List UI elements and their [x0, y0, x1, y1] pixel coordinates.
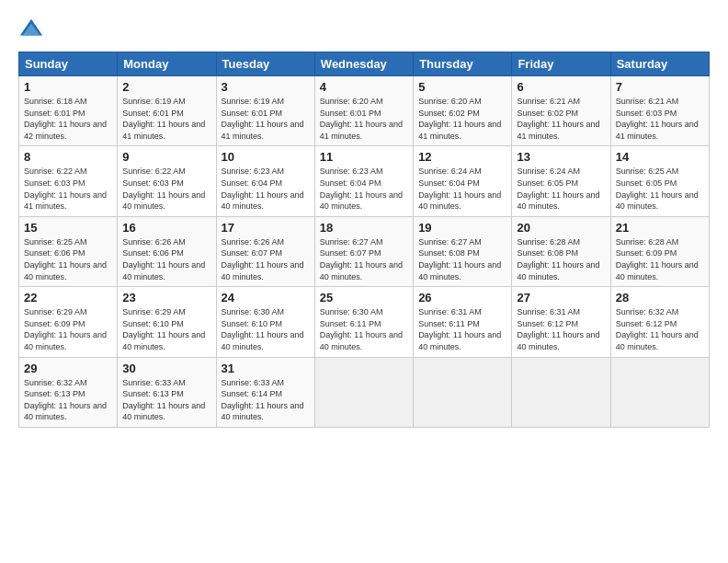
calendar-cell: 17Sunrise: 6:26 AMSunset: 6:07 PMDayligh…: [216, 216, 314, 286]
calendar-cell: 9Sunrise: 6:22 AMSunset: 6:03 PMDaylight…: [118, 146, 216, 216]
week-row-4: 22Sunrise: 6:29 AMSunset: 6:09 PMDayligh…: [19, 287, 710, 357]
calendar-cell: [512, 357, 610, 427]
day-info: Sunrise: 6:33 AMSunset: 6:13 PMDaylight:…: [122, 377, 210, 423]
calendar-cell: 10Sunrise: 6:23 AMSunset: 6:04 PMDayligh…: [216, 146, 314, 216]
calendar-header-row: SundayMondayTuesdayWednesdayThursdayFrid…: [19, 52, 710, 76]
calendar-cell: [414, 357, 512, 427]
day-number: 20: [517, 221, 605, 235]
day-info: Sunrise: 6:23 AMSunset: 6:04 PMDaylight:…: [320, 166, 408, 212]
day-header-sunday: Sunday: [19, 52, 118, 76]
day-header-tuesday: Tuesday: [216, 52, 314, 76]
calendar-cell: 22Sunrise: 6:29 AMSunset: 6:09 PMDayligh…: [19, 287, 118, 357]
calendar-cell: 19Sunrise: 6:27 AMSunset: 6:08 PMDayligh…: [414, 216, 512, 286]
day-info: Sunrise: 6:29 AMSunset: 6:10 PMDaylight:…: [122, 306, 210, 352]
calendar-cell: [314, 357, 413, 427]
day-number: 30: [122, 362, 210, 375]
day-number: 10: [222, 150, 310, 164]
day-number: 22: [24, 291, 112, 304]
calendar-cell: 25Sunrise: 6:30 AMSunset: 6:11 PMDayligh…: [314, 287, 413, 357]
week-row-2: 8Sunrise: 6:22 AMSunset: 6:03 PMDaylight…: [19, 146, 710, 216]
calendar-cell: 14Sunrise: 6:25 AMSunset: 6:05 PMDayligh…: [610, 146, 709, 216]
day-number: 27: [517, 291, 605, 304]
day-info: Sunrise: 6:18 AMSunset: 6:01 PMDaylight:…: [24, 96, 112, 142]
day-number: 14: [616, 150, 704, 164]
day-number: 23: [122, 291, 210, 304]
day-number: 11: [320, 150, 408, 164]
calendar-cell: 24Sunrise: 6:30 AMSunset: 6:10 PMDayligh…: [216, 287, 314, 357]
day-number: 19: [418, 221, 506, 235]
week-row-1: 1Sunrise: 6:18 AMSunset: 6:01 PMDaylight…: [19, 76, 710, 146]
day-info: Sunrise: 6:24 AMSunset: 6:05 PMDaylight:…: [517, 166, 605, 212]
day-info: Sunrise: 6:32 AMSunset: 6:13 PMDaylight:…: [24, 377, 112, 423]
logo: [18, 17, 48, 42]
day-info: Sunrise: 6:31 AMSunset: 6:12 PMDaylight:…: [517, 306, 605, 352]
day-number: 29: [24, 362, 112, 375]
day-number: 9: [122, 150, 210, 164]
day-number: 6: [517, 80, 605, 94]
day-info: Sunrise: 6:25 AMSunset: 6:05 PMDaylight:…: [616, 166, 704, 212]
day-number: 31: [222, 362, 310, 375]
calendar-cell: 21Sunrise: 6:28 AMSunset: 6:09 PMDayligh…: [610, 216, 709, 286]
day-info: Sunrise: 6:28 AMSunset: 6:08 PMDaylight:…: [517, 236, 605, 282]
calendar-cell: 28Sunrise: 6:32 AMSunset: 6:12 PMDayligh…: [610, 287, 709, 357]
logo-icon: [18, 17, 44, 42]
calendar-cell: 5Sunrise: 6:20 AMSunset: 6:02 PMDaylight…: [414, 76, 512, 146]
week-row-5: 29Sunrise: 6:32 AMSunset: 6:13 PMDayligh…: [19, 357, 710, 427]
day-info: Sunrise: 6:28 AMSunset: 6:09 PMDaylight:…: [616, 236, 704, 282]
day-number: 15: [24, 221, 112, 235]
day-info: Sunrise: 6:24 AMSunset: 6:04 PMDaylight:…: [418, 166, 506, 212]
day-info: Sunrise: 6:19 AMSunset: 6:01 PMDaylight:…: [222, 96, 310, 142]
day-info: Sunrise: 6:20 AMSunset: 6:02 PMDaylight:…: [418, 96, 506, 142]
calendar-cell: 15Sunrise: 6:25 AMSunset: 6:06 PMDayligh…: [19, 216, 118, 286]
calendar-body: 1Sunrise: 6:18 AMSunset: 6:01 PMDaylight…: [19, 76, 710, 428]
day-header-thursday: Thursday: [414, 52, 512, 76]
day-number: 24: [222, 291, 310, 304]
calendar-cell: 6Sunrise: 6:21 AMSunset: 6:02 PMDaylight…: [512, 76, 610, 146]
day-info: Sunrise: 6:20 AMSunset: 6:01 PMDaylight:…: [320, 96, 408, 142]
day-info: Sunrise: 6:25 AMSunset: 6:06 PMDaylight:…: [24, 236, 112, 282]
day-number: 18: [320, 221, 408, 235]
day-info: Sunrise: 6:31 AMSunset: 6:11 PMDaylight:…: [418, 306, 506, 352]
day-number: 25: [320, 291, 408, 304]
day-info: Sunrise: 6:32 AMSunset: 6:12 PMDaylight:…: [616, 306, 704, 352]
day-info: Sunrise: 6:30 AMSunset: 6:10 PMDaylight:…: [222, 306, 310, 352]
day-number: 2: [122, 80, 210, 94]
calendar-cell: 20Sunrise: 6:28 AMSunset: 6:08 PMDayligh…: [512, 216, 610, 286]
day-header-wednesday: Wednesday: [314, 52, 413, 76]
calendar-cell: 12Sunrise: 6:24 AMSunset: 6:04 PMDayligh…: [414, 146, 512, 216]
day-number: 4: [320, 80, 408, 94]
calendar-cell: 2Sunrise: 6:19 AMSunset: 6:01 PMDaylight…: [118, 76, 216, 146]
day-info: Sunrise: 6:30 AMSunset: 6:11 PMDaylight:…: [320, 306, 408, 352]
day-number: 1: [24, 80, 112, 94]
day-info: Sunrise: 6:19 AMSunset: 6:01 PMDaylight:…: [122, 96, 210, 142]
day-number: 16: [122, 221, 210, 235]
calendar-cell: 11Sunrise: 6:23 AMSunset: 6:04 PMDayligh…: [314, 146, 413, 216]
calendar-cell: 29Sunrise: 6:32 AMSunset: 6:13 PMDayligh…: [19, 357, 118, 427]
page: SundayMondayTuesdayWednesdayThursdayFrid…: [0, 0, 728, 563]
day-number: 7: [616, 80, 704, 94]
calendar-cell: 27Sunrise: 6:31 AMSunset: 6:12 PMDayligh…: [512, 287, 610, 357]
calendar-table: SundayMondayTuesdayWednesdayThursdayFrid…: [18, 52, 710, 428]
day-info: Sunrise: 6:21 AMSunset: 6:03 PMDaylight:…: [616, 96, 704, 142]
day-info: Sunrise: 6:26 AMSunset: 6:07 PMDaylight:…: [222, 236, 310, 282]
day-number: 8: [24, 150, 112, 164]
calendar-cell: 7Sunrise: 6:21 AMSunset: 6:03 PMDaylight…: [610, 76, 709, 146]
calendar-cell: 3Sunrise: 6:19 AMSunset: 6:01 PMDaylight…: [216, 76, 314, 146]
calendar-cell: 16Sunrise: 6:26 AMSunset: 6:06 PMDayligh…: [118, 216, 216, 286]
calendar-cell: 23Sunrise: 6:29 AMSunset: 6:10 PMDayligh…: [118, 287, 216, 357]
day-header-friday: Friday: [512, 52, 610, 76]
day-number: 21: [616, 221, 704, 235]
day-header-monday: Monday: [118, 52, 216, 76]
day-info: Sunrise: 6:22 AMSunset: 6:03 PMDaylight:…: [122, 166, 210, 212]
calendar-cell: 1Sunrise: 6:18 AMSunset: 6:01 PMDaylight…: [19, 76, 118, 146]
day-number: 26: [418, 291, 506, 304]
calendar-cell: 18Sunrise: 6:27 AMSunset: 6:07 PMDayligh…: [314, 216, 413, 286]
day-info: Sunrise: 6:26 AMSunset: 6:06 PMDaylight:…: [122, 236, 210, 282]
calendar-cell: 13Sunrise: 6:24 AMSunset: 6:05 PMDayligh…: [512, 146, 610, 216]
week-row-3: 15Sunrise: 6:25 AMSunset: 6:06 PMDayligh…: [19, 216, 710, 286]
calendar-cell: 4Sunrise: 6:20 AMSunset: 6:01 PMDaylight…: [314, 76, 413, 146]
day-number: 13: [517, 150, 605, 164]
day-info: Sunrise: 6:27 AMSunset: 6:07 PMDaylight:…: [320, 236, 408, 282]
day-info: Sunrise: 6:27 AMSunset: 6:08 PMDaylight:…: [418, 236, 506, 282]
calendar-cell: [610, 357, 709, 427]
